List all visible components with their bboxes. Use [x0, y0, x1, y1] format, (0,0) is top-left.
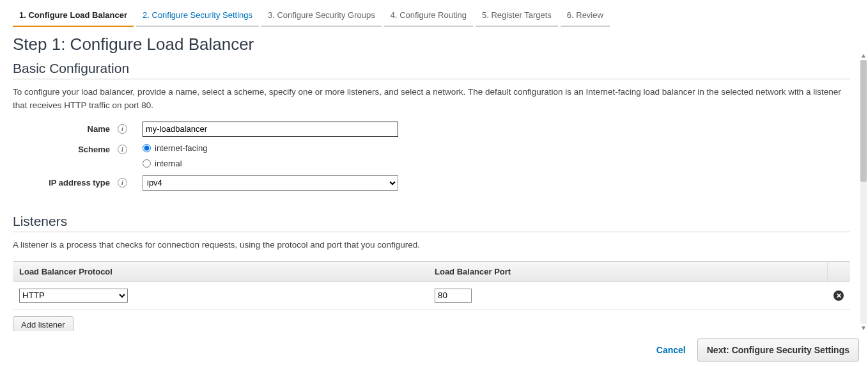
next-button-label: Next: Configure Security Settings	[707, 345, 849, 355]
info-icon[interactable]: i	[118, 145, 127, 154]
cancel-button[interactable]: Cancel	[655, 341, 687, 359]
scheme-opt-internet: internet-facing	[155, 143, 207, 153]
info-icon[interactable]: i	[118, 124, 127, 134]
tab-review[interactable]: 6. Review	[561, 6, 610, 27]
tab-label: 6. Review	[567, 10, 603, 20]
tab-label: 4. Configure Routing	[391, 10, 467, 20]
scheme-label: Scheme	[13, 142, 115, 154]
scheme-opt-internal: internal	[155, 159, 182, 168]
col-port: Load Balancer Port	[428, 261, 827, 282]
tab-label: 1. Configure Load Balancer	[19, 10, 127, 20]
name-input[interactable]	[143, 122, 398, 137]
listeners-heading: Listeners	[13, 214, 865, 229]
divider	[13, 232, 850, 232]
footer: Cancel Next: Configure Security Settings	[0, 334, 868, 366]
divider	[13, 79, 850, 79]
step-title: Step 1: Configure Load Balancer	[13, 35, 865, 54]
add-listener-label: Add listener	[21, 320, 65, 330]
basic-desc: To configure your load balancer, provide…	[13, 86, 844, 113]
ip-type-select[interactable]: ipv4	[143, 175, 398, 191]
tab-label: 3. Configure Security Groups	[268, 10, 375, 20]
scheme-radio-internal[interactable]	[143, 159, 151, 168]
listeners-table: Load Balancer Protocol Load Balancer Por…	[13, 261, 850, 310]
ip-type-label: IP address type	[13, 175, 115, 187]
tab-configure-lb[interactable]: 1. Configure Load Balancer	[13, 6, 134, 27]
tab-label: 2. Configure Security Settings	[143, 10, 252, 20]
tab-routing[interactable]: 4. Configure Routing	[384, 6, 473, 27]
remove-listener-icon[interactable]: ✕	[833, 290, 844, 301]
wizard-tabs: 1. Configure Load Balancer 2. Configure …	[0, 0, 868, 27]
tab-security-groups[interactable]: 3. Configure Security Groups	[261, 6, 382, 27]
port-input[interactable]	[435, 289, 472, 303]
listeners-desc: A listener is a process that checks for …	[13, 239, 844, 252]
basic-heading: Basic Configuration	[13, 61, 865, 76]
col-protocol: Load Balancer Protocol	[13, 261, 428, 282]
tab-register-targets[interactable]: 5. Register Targets	[476, 6, 558, 27]
add-listener-button[interactable]: Add listener	[13, 316, 74, 331]
scheme-radio-internet[interactable]	[143, 144, 151, 152]
protocol-select[interactable]: HTTP	[19, 289, 128, 303]
tab-label: 5. Register Targets	[482, 10, 552, 20]
next-button[interactable]: Next: Configure Security Settings	[697, 338, 859, 362]
content-area: Step 1: Configure Load Balancer Basic Co…	[13, 28, 868, 331]
info-icon[interactable]: i	[118, 178, 127, 187]
listener-row: HTTP ✕	[13, 282, 850, 309]
name-label: Name	[13, 122, 115, 134]
col-actions	[827, 261, 850, 282]
tab-security-settings[interactable]: 2. Configure Security Settings	[136, 6, 259, 27]
